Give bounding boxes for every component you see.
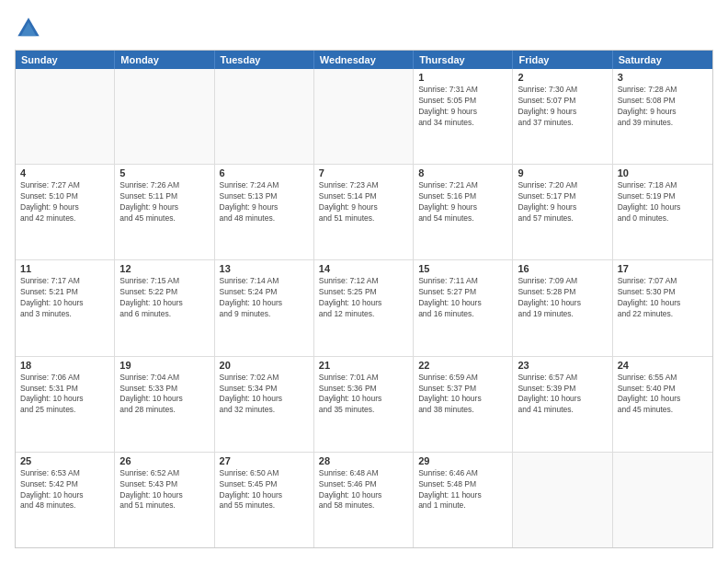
calendar-cell: 24Sunrise: 6:55 AM Sunset: 5:40 PM Dayli… (613, 357, 712, 452)
calendar-cell: 4Sunrise: 7:27 AM Sunset: 5:10 PM Daylig… (16, 165, 115, 259)
day-info: Sunrise: 7:31 AM Sunset: 5:05 PM Dayligh… (418, 85, 507, 129)
calendar-cell: 17Sunrise: 7:07 AM Sunset: 5:30 PM Dayli… (613, 260, 712, 355)
calendar-row: 1Sunrise: 7:31 AM Sunset: 5:05 PM Daylig… (16, 69, 712, 164)
day-number: 16 (518, 263, 607, 274)
day-info: Sunrise: 7:23 AM Sunset: 5:14 PM Dayligh… (319, 180, 408, 224)
calendar-cell: 8Sunrise: 7:21 AM Sunset: 5:16 PM Daylig… (414, 165, 513, 259)
day-number: 22 (418, 360, 507, 371)
calendar-cell (613, 453, 712, 547)
weekday-header: Friday (513, 51, 612, 69)
day-number: 14 (319, 263, 408, 274)
weekday-header: Monday (115, 51, 214, 69)
day-info: Sunrise: 7:14 AM Sunset: 5:24 PM Dayligh… (220, 276, 309, 320)
calendar-row: 4Sunrise: 7:27 AM Sunset: 5:10 PM Daylig… (16, 164, 712, 259)
day-info: Sunrise: 6:46 AM Sunset: 5:48 PM Dayligh… (418, 468, 507, 512)
day-number: 12 (119, 263, 209, 274)
calendar-cell (513, 453, 612, 547)
day-info: Sunrise: 6:52 AM Sunset: 5:43 PM Dayligh… (119, 468, 209, 512)
day-number: 8 (418, 167, 507, 178)
day-number: 4 (20, 167, 109, 178)
day-info: Sunrise: 7:11 AM Sunset: 5:27 PM Dayligh… (418, 276, 507, 320)
calendar-cell: 5Sunrise: 7:26 AM Sunset: 5:11 PM Daylig… (115, 165, 214, 259)
day-info: Sunrise: 7:27 AM Sunset: 5:10 PM Dayligh… (20, 180, 109, 224)
header (15, 15, 713, 42)
calendar-cell: 15Sunrise: 7:11 AM Sunset: 5:27 PM Dayli… (414, 260, 513, 355)
day-number: 23 (518, 360, 607, 371)
day-info: Sunrise: 7:01 AM Sunset: 5:36 PM Dayligh… (319, 373, 408, 417)
logo-icon (15, 15, 42, 42)
day-number: 5 (119, 167, 209, 178)
calendar-cell (115, 69, 214, 164)
day-info: Sunrise: 6:59 AM Sunset: 5:37 PM Dayligh… (418, 373, 507, 417)
calendar-cell: 26Sunrise: 6:52 AM Sunset: 5:43 PM Dayli… (115, 453, 214, 547)
weekday-header: Saturday (613, 51, 712, 69)
day-info: Sunrise: 7:21 AM Sunset: 5:16 PM Dayligh… (418, 180, 507, 224)
calendar-cell: 25Sunrise: 6:53 AM Sunset: 5:42 PM Dayli… (16, 453, 115, 547)
weekday-header: Wednesday (314, 51, 414, 69)
day-number: 18 (20, 360, 109, 371)
day-info: Sunrise: 6:57 AM Sunset: 5:39 PM Dayligh… (518, 373, 607, 417)
weekday-header: Thursday (414, 51, 513, 69)
calendar-cell: 20Sunrise: 7:02 AM Sunset: 5:34 PM Dayli… (215, 357, 314, 452)
calendar-cell: 28Sunrise: 6:48 AM Sunset: 5:46 PM Dayli… (314, 453, 414, 547)
day-info: Sunrise: 6:48 AM Sunset: 5:46 PM Dayligh… (319, 468, 408, 512)
day-number: 21 (319, 360, 408, 371)
calendar-cell (215, 69, 314, 164)
page: SundayMondayTuesdayWednesdayThursdayFrid… (0, 0, 728, 563)
calendar-row: 11Sunrise: 7:17 AM Sunset: 5:21 PM Dayli… (16, 259, 712, 355)
day-number: 2 (518, 72, 607, 83)
day-number: 3 (618, 72, 708, 83)
calendar-cell: 22Sunrise: 6:59 AM Sunset: 5:37 PM Dayli… (414, 357, 513, 452)
day-number: 1 (418, 72, 507, 83)
calendar-row: 18Sunrise: 7:06 AM Sunset: 5:31 PM Dayli… (16, 356, 712, 452)
calendar-cell: 6Sunrise: 7:24 AM Sunset: 5:13 PM Daylig… (215, 165, 314, 259)
calendar-cell: 3Sunrise: 7:28 AM Sunset: 5:08 PM Daylig… (613, 69, 712, 164)
day-info: Sunrise: 7:24 AM Sunset: 5:13 PM Dayligh… (220, 180, 309, 224)
calendar-cell (314, 69, 414, 164)
day-number: 9 (518, 167, 607, 178)
day-number: 10 (618, 167, 708, 178)
day-number: 26 (119, 455, 209, 466)
day-info: Sunrise: 7:20 AM Sunset: 5:17 PM Dayligh… (518, 180, 607, 224)
day-info: Sunrise: 7:06 AM Sunset: 5:31 PM Dayligh… (20, 373, 109, 417)
day-info: Sunrise: 7:18 AM Sunset: 5:19 PM Dayligh… (618, 180, 708, 224)
day-number: 15 (418, 263, 507, 274)
weekday-header: Sunday (16, 51, 115, 69)
weekday-header: Tuesday (215, 51, 314, 69)
calendar-cell: 7Sunrise: 7:23 AM Sunset: 5:14 PM Daylig… (314, 165, 414, 259)
day-info: Sunrise: 7:09 AM Sunset: 5:28 PM Dayligh… (518, 276, 607, 320)
day-number: 24 (618, 360, 708, 371)
calendar-cell: 16Sunrise: 7:09 AM Sunset: 5:28 PM Dayli… (513, 260, 612, 355)
calendar-cell: 14Sunrise: 7:12 AM Sunset: 5:25 PM Dayli… (314, 260, 414, 355)
day-info: Sunrise: 6:50 AM Sunset: 5:45 PM Dayligh… (220, 468, 309, 512)
day-info: Sunrise: 7:26 AM Sunset: 5:11 PM Dayligh… (119, 180, 209, 224)
day-info: Sunrise: 7:15 AM Sunset: 5:22 PM Dayligh… (119, 276, 209, 320)
calendar-cell: 21Sunrise: 7:01 AM Sunset: 5:36 PM Dayli… (314, 357, 414, 452)
day-info: Sunrise: 7:28 AM Sunset: 5:08 PM Dayligh… (618, 85, 708, 129)
calendar-cell: 1Sunrise: 7:31 AM Sunset: 5:05 PM Daylig… (414, 69, 513, 164)
day-number: 19 (119, 360, 209, 371)
day-info: Sunrise: 7:30 AM Sunset: 5:07 PM Dayligh… (518, 85, 607, 129)
day-number: 25 (20, 455, 109, 466)
day-number: 6 (220, 167, 309, 178)
calendar-cell: 18Sunrise: 7:06 AM Sunset: 5:31 PM Dayli… (16, 357, 115, 452)
logo (15, 15, 46, 42)
calendar-cell: 2Sunrise: 7:30 AM Sunset: 5:07 PM Daylig… (513, 69, 612, 164)
calendar-row: 25Sunrise: 6:53 AM Sunset: 5:42 PM Dayli… (16, 452, 712, 547)
calendar-cell: 23Sunrise: 6:57 AM Sunset: 5:39 PM Dayli… (513, 357, 612, 452)
day-info: Sunrise: 6:55 AM Sunset: 5:40 PM Dayligh… (618, 373, 708, 417)
day-number: 29 (418, 455, 507, 466)
day-number: 13 (220, 263, 309, 274)
day-info: Sunrise: 6:53 AM Sunset: 5:42 PM Dayligh… (20, 468, 109, 512)
day-number: 17 (618, 263, 708, 274)
day-number: 7 (319, 167, 408, 178)
day-number: 11 (20, 263, 109, 274)
day-info: Sunrise: 7:04 AM Sunset: 5:33 PM Dayligh… (119, 373, 209, 417)
day-info: Sunrise: 7:02 AM Sunset: 5:34 PM Dayligh… (220, 373, 309, 417)
calendar-cell (16, 69, 115, 164)
calendar: SundayMondayTuesdayWednesdayThursdayFrid… (15, 50, 713, 548)
day-number: 20 (220, 360, 309, 371)
day-number: 27 (220, 455, 309, 466)
calendar-cell: 19Sunrise: 7:04 AM Sunset: 5:33 PM Dayli… (115, 357, 214, 452)
calendar-cell: 10Sunrise: 7:18 AM Sunset: 5:19 PM Dayli… (613, 165, 712, 259)
